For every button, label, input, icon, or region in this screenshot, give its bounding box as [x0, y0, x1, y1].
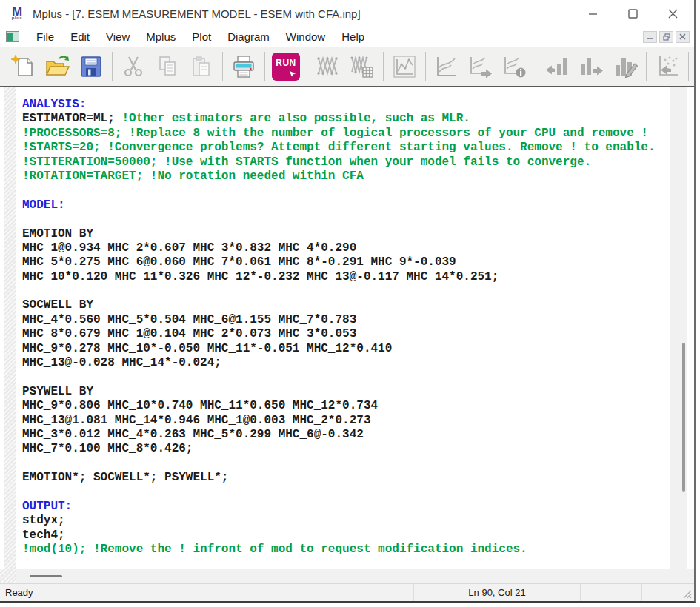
- menu-item-file[interactable]: File: [28, 28, 62, 45]
- print-button[interactable]: [228, 51, 259, 82]
- code-editor[interactable]: ANALYSIS:ESTIMATOR=ML; !Other estimators…: [16, 87, 670, 569]
- line-chart-button[interactable]: [431, 51, 462, 82]
- path-diagram-grid-icon: [350, 54, 375, 79]
- code-line: [22, 184, 670, 198]
- horizontal-scrollbar[interactable]: [16, 569, 694, 583]
- paste-button[interactable]: [186, 51, 217, 82]
- toolbar-separator: [264, 52, 265, 81]
- menu-item-edit[interactable]: Edit: [62, 28, 98, 45]
- line-chart-info-icon: [502, 54, 527, 79]
- code-line: MHC_13@1.081 MHC_14*0.946 MHC_1@0.003 MH…: [22, 414, 670, 428]
- code-line: SOCWELL BY: [22, 298, 670, 312]
- path-diagram-icon: [316, 54, 341, 79]
- logo-main-text: M: [12, 7, 22, 17]
- code-line: ESTIMATOR=ML; !Other estimators are also…: [22, 112, 670, 126]
- toolbar: RUN: [0, 47, 694, 87]
- copy-button[interactable]: [152, 51, 183, 82]
- toolbar-separator: [307, 52, 307, 81]
- menu-item-diagram[interactable]: Diagram: [219, 28, 278, 45]
- mdi-window-controls: [643, 31, 691, 43]
- menu-item-view[interactable]: View: [98, 28, 138, 45]
- close-button[interactable]: [661, 4, 684, 23]
- code-line: MHC_10*0.120 MHC_11*0.326 MHC_12*-0.232 …: [22, 270, 670, 284]
- path-diagram-grid-button[interactable]: [347, 51, 378, 82]
- code-line: [22, 486, 670, 500]
- status-message: Ready: [0, 587, 413, 598]
- mplus-window: M plus Mplus - [7. ESEM MEASUREMENT MODE…: [0, 0, 696, 603]
- editor-workspace: ANALYSIS:ESTIMATOR=ML; !Other estimators…: [0, 87, 694, 569]
- toolbar-separator: [383, 52, 384, 81]
- horizontal-scrollbar-thumb[interactable]: [30, 575, 62, 577]
- bar-chart-import-button[interactable]: [541, 51, 573, 82]
- code-line: [22, 284, 670, 298]
- time-series-plot-icon: [392, 54, 417, 79]
- code-line: MHC_13@-0.028 MHC_14*-0.024;: [22, 356, 670, 370]
- scissors-icon: [121, 54, 146, 79]
- new-document-icon: [10, 54, 36, 79]
- open-file-button[interactable]: [41, 51, 73, 82]
- resize-grip[interactable]: [676, 584, 694, 601]
- window-controls: [581, 4, 690, 23]
- code-line: [22, 212, 670, 227]
- scrollbar-corner: [0, 569, 16, 583]
- code-line: !STITERATION=50000; !Use with STARTS fun…: [22, 155, 670, 170]
- logo-sub-text: plus: [12, 16, 22, 20]
- code-line: MHC_9*0.278 MHC_10*-0.050 MHC_11*-0.051 …: [22, 342, 670, 356]
- new-document-button[interactable]: [7, 51, 39, 82]
- scatter-import-button[interactable]: [652, 51, 683, 82]
- menu-item-help[interactable]: Help: [333, 28, 373, 45]
- path-diagram-button[interactable]: [313, 51, 344, 82]
- minimize-child-icon: [647, 33, 653, 40]
- status-panel: [641, 584, 676, 601]
- document-window-icon[interactable]: [6, 31, 19, 42]
- status-panel: [610, 584, 641, 601]
- resize-grip-icon: [682, 589, 692, 599]
- run-button[interactable]: RUN: [270, 51, 301, 82]
- bar-chart-export-button[interactable]: [576, 51, 607, 82]
- run-tile: RUN: [272, 53, 300, 81]
- code-line: MODEL:: [22, 198, 670, 212]
- line-chart-export-button[interactable]: [465, 51, 496, 82]
- window-title: Mplus - [7. ESEM MEASUREMENT MODEL - ESE…: [33, 7, 581, 20]
- restore-child-button[interactable]: [659, 31, 673, 43]
- menu-item-plot[interactable]: Plot: [184, 28, 219, 45]
- code-line: ANALYSIS:: [22, 98, 670, 112]
- minimize-icon: [588, 9, 598, 19]
- line-chart-export-icon: [468, 54, 493, 79]
- save-icon: [79, 54, 104, 79]
- code-line: stdyx;: [22, 514, 670, 528]
- code-lines: ANALYSIS:ESTIMATOR=ML; !Other estimators…: [22, 98, 670, 557]
- vertical-scrollbar-thumb[interactable]: [682, 343, 685, 492]
- code-line: !mod(10); !Remove the ! infront of mod t…: [22, 543, 670, 557]
- bar-chart-edit-icon: [613, 54, 638, 79]
- minimize-child-button[interactable]: [643, 31, 657, 43]
- code-line: PSYWELL BY: [22, 385, 670, 399]
- code-line: !PROCESSORS=8; !Replace 8 with the numbe…: [22, 127, 670, 141]
- save-file-button[interactable]: [76, 51, 107, 82]
- restore-child-icon: [663, 33, 670, 41]
- close-child-icon: [679, 33, 686, 40]
- horizontal-scrollbar-row: [0, 569, 694, 583]
- minimize-button[interactable]: [581, 4, 604, 23]
- cut-button[interactable]: [118, 51, 149, 82]
- menu-item-mplus[interactable]: Mplus: [138, 28, 184, 45]
- menu-items: FileEditViewMplusPlotDiagramWindowHelp: [28, 28, 643, 45]
- code-line: MHC_4*0.560 MHC_5*0.504 MHC_6@1.155 MHC_…: [22, 313, 670, 327]
- line-chart-info-button[interactable]: [499, 51, 530, 82]
- time-series-plot-button[interactable]: [389, 51, 420, 82]
- menu-item-window[interactable]: Window: [278, 28, 333, 45]
- toolbar-separator: [222, 52, 223, 81]
- line-chart-icon: [434, 54, 459, 79]
- code-line: [22, 457, 670, 471]
- printer-icon: [231, 54, 256, 79]
- status-panel: [580, 584, 610, 601]
- toolbar-separator: [112, 52, 113, 81]
- vertical-scrollbar[interactable]: [670, 87, 687, 569]
- close-child-button[interactable]: [676, 31, 690, 43]
- code-line: MHC_3*0.012 MHC_4*0.263 MHC_5*0.299 MHC_…: [22, 428, 670, 442]
- code-line: EMOTION BY: [22, 227, 670, 241]
- bar-chart-edit-button[interactable]: [610, 51, 641, 82]
- maximize-button[interactable]: [621, 4, 644, 23]
- maximize-icon: [628, 9, 638, 19]
- mplus-logo-icon: M plus: [7, 7, 27, 20]
